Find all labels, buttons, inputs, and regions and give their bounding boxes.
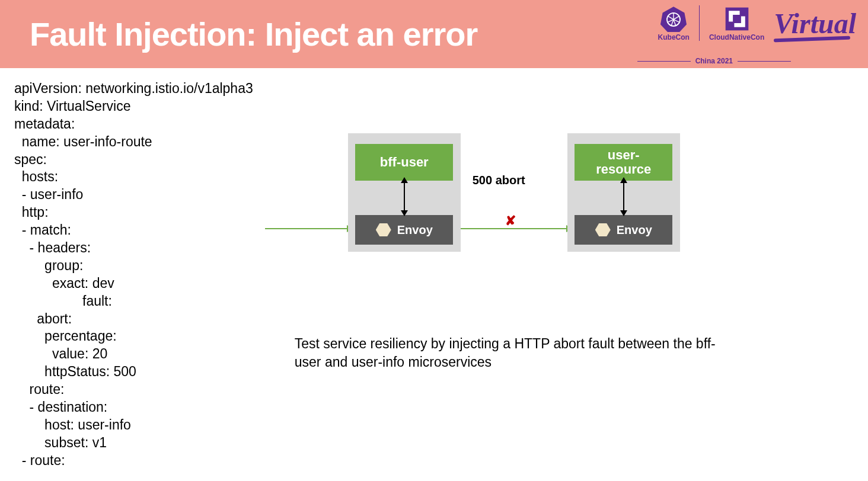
kubecon-icon: [659, 5, 688, 33]
logo-divider: [699, 5, 700, 41]
cloudnativecon-label: CloudNativeCon: [709, 33, 764, 41]
envoy-hexagon-icon: [376, 223, 391, 236]
arrow-inbound: [265, 228, 348, 229]
pod-bff-user: bff-user Envoy: [348, 133, 461, 252]
kubecon-logo-block: KubeCon: [658, 5, 690, 41]
slide-content: apiVersion: networking.istio.io/v1alpha3…: [0, 68, 868, 481]
divider-line-right: [738, 61, 791, 62]
envoy-box-left: Envoy: [355, 215, 453, 245]
bff-user-service-box: bff-user: [355, 144, 453, 181]
slide-header: Fault Injection: Inject an error: [0, 0, 868, 68]
envoy-label-left: Envoy: [397, 223, 433, 237]
vertical-arrow-left: [404, 182, 405, 211]
china-label: China 2021: [695, 57, 733, 65]
cloudnativecon-logo-block: CloudNativeCon: [709, 5, 764, 41]
vertical-arrow-right: [623, 182, 624, 211]
kubecon-label: KubeCon: [658, 33, 690, 41]
abort-label: 500 abort: [473, 174, 525, 187]
header-logos: KubeCon CloudNativeCon Virtual: [658, 5, 856, 41]
divider-line-left: [637, 61, 691, 62]
cloudnativecon-icon: [723, 5, 751, 33]
user-resource-service-box: user- resource: [575, 144, 672, 181]
envoy-hexagon-icon: [595, 223, 611, 236]
architecture-diagram: bff-user Envoy 500 abort ✘ user- resourc…: [295, 133, 868, 264]
diagram-column: bff-user Envoy 500 abort ✘ user- resourc…: [277, 80, 868, 481]
virtual-label: Virtual: [774, 8, 856, 39]
envoy-box-right: Envoy: [575, 215, 672, 245]
slide-title: Fault Injection: Inject an error: [30, 15, 477, 53]
virtual-logo: Virtual: [774, 7, 856, 40]
envoy-label-right: Envoy: [617, 223, 652, 237]
arrow-between-pods: [461, 228, 567, 229]
red-x-icon: ✘: [505, 213, 516, 229]
pod-user-resource: user- resource Envoy: [567, 133, 680, 252]
slide-description: Test service resiliency by injecting a H…: [295, 335, 722, 371]
china-2021-line: China 2021: [637, 57, 791, 65]
yaml-code-block: apiVersion: networking.istio.io/v1alpha3…: [14, 80, 253, 481]
